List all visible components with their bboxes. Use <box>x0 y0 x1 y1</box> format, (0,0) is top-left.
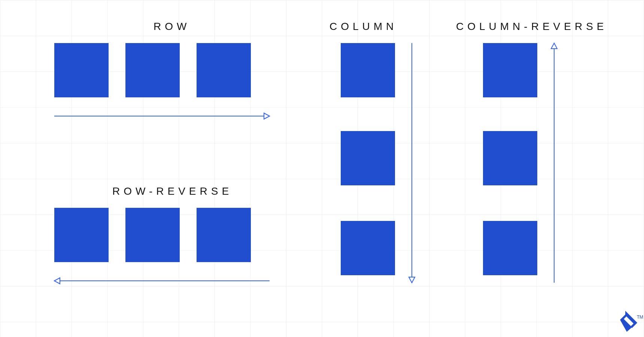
diagram-canvas: ROW ROW-REVERSE COLUMN COLUMN-REVERSE <box>0 0 644 337</box>
row-box <box>125 43 180 97</box>
row-box <box>197 43 251 97</box>
row-reverse-box <box>54 208 109 262</box>
trademark-label: TM <box>637 315 643 320</box>
toptal-logo-icon <box>620 311 637 332</box>
label-row: ROW <box>154 21 190 33</box>
row-reverse-box <box>197 208 251 262</box>
svg-marker-3 <box>54 278 60 284</box>
row-reverse-box <box>125 208 180 262</box>
svg-marker-7 <box>551 43 557 49</box>
column-reverse-arrow-up-icon <box>550 43 562 283</box>
column-reverse-box <box>483 131 537 185</box>
column-box <box>341 221 395 275</box>
label-row-reverse: ROW-REVERSE <box>112 185 233 197</box>
row-reverse-arrow-left-icon <box>54 277 270 288</box>
column-box <box>341 43 395 97</box>
row-arrow-right-icon <box>54 112 270 124</box>
column-box <box>341 131 395 185</box>
column-reverse-box <box>483 43 537 97</box>
column-arrow-down-icon <box>408 43 419 283</box>
label-column-reverse: COLUMN-REVERSE <box>456 21 607 33</box>
svg-marker-1 <box>264 113 270 119</box>
label-column: COLUMN <box>329 21 397 33</box>
column-reverse-box <box>483 221 537 275</box>
svg-marker-5 <box>409 277 415 283</box>
row-box <box>54 43 109 97</box>
